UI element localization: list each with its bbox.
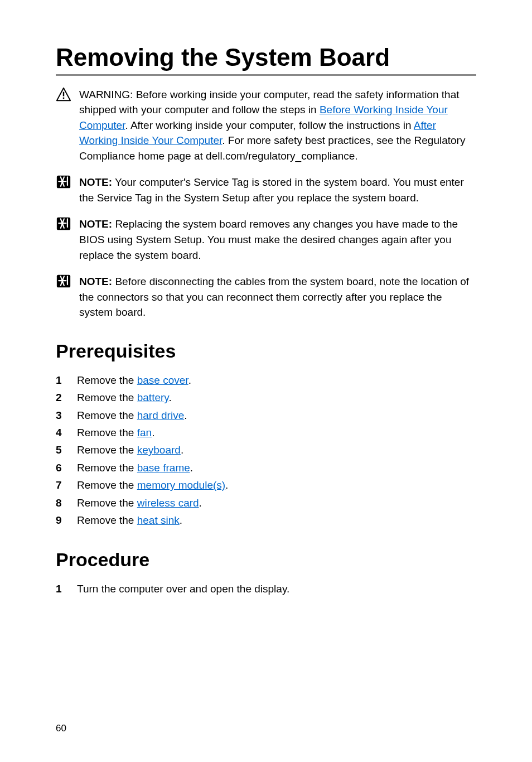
step-pre: Remove the <box>77 462 137 474</box>
note-icon <box>56 216 71 231</box>
step-post: . <box>184 409 187 421</box>
step-number: 5 <box>56 442 77 458</box>
step-pre: Remove the <box>77 374 137 386</box>
list-item: 3Remove the hard drive. <box>56 407 476 423</box>
note-body: Before disconnecting the cables from the… <box>79 276 469 318</box>
link-memory-modules[interactable]: memory module(s) <box>137 479 225 491</box>
step-post: . <box>190 462 193 474</box>
note-label: NOTE: <box>79 276 112 287</box>
link-hard-drive[interactable]: hard drive <box>137 409 185 421</box>
note-text: NOTE: Your computer's Service Tag is sto… <box>79 175 476 205</box>
step-pre: Remove the <box>77 479 137 491</box>
list-item: 7Remove the memory module(s). <box>56 477 476 493</box>
link-base-cover[interactable]: base cover <box>137 374 188 386</box>
list-item: 6Remove the base frame. <box>56 460 476 476</box>
step-post: . <box>168 392 171 403</box>
note-callout: NOTE: Your computer's Service Tag is sto… <box>56 175 476 205</box>
page-number: 60 <box>56 723 66 734</box>
step-pre: Remove the <box>77 392 137 403</box>
link-wireless-card[interactable]: wireless card <box>137 497 199 509</box>
link-fan[interactable]: fan <box>137 427 152 438</box>
note-icon <box>56 274 71 288</box>
list-item: 2Remove the battery. <box>56 389 476 406</box>
step-post: . <box>181 444 183 456</box>
page-title: Removing the System Board <box>56 44 476 76</box>
step-pre: Remove the <box>77 427 137 438</box>
warning-icon <box>56 87 71 102</box>
step-number: 1 <box>56 372 77 388</box>
note-label: NOTE: <box>79 176 112 188</box>
note-icon <box>56 175 71 189</box>
list-item: 8Remove the wireless card. <box>56 495 476 511</box>
link-battery[interactable]: battery <box>137 392 169 403</box>
step-text: Turn the computer over and open the disp… <box>77 581 476 597</box>
step-pre: Remove the <box>77 514 137 526</box>
step-pre: Remove the <box>77 497 137 509</box>
step-number: 6 <box>56 460 77 476</box>
note-text: NOTE: Replacing the system board removes… <box>79 216 476 263</box>
step-post: . <box>225 479 228 491</box>
warning-callout: WARNING: Before working inside your comp… <box>56 87 476 164</box>
step-post: . <box>188 374 191 386</box>
list-item: 1Turn the computer over and open the dis… <box>56 581 476 597</box>
prerequisites-list: 1Remove the base cover. 2Remove the batt… <box>56 372 476 529</box>
step-post: . <box>152 427 154 438</box>
note-text: NOTE: Before disconnecting the cables fr… <box>79 274 476 320</box>
svg-rect-1 <box>63 91 64 96</box>
warning-t2: . After working inside your computer, fo… <box>125 119 413 131</box>
list-item: 9Remove the heat sink. <box>56 512 476 528</box>
note-body: Replacing the system board removes any c… <box>79 218 458 261</box>
warning-label: WARNING: <box>79 89 133 100</box>
list-item: 1Remove the base cover. <box>56 372 476 388</box>
step-post: . <box>199 497 202 509</box>
step-number: 2 <box>56 389 77 406</box>
link-heat-sink[interactable]: heat sink <box>137 514 180 526</box>
list-item: 4Remove the fan. <box>56 425 476 441</box>
note-callout: NOTE: Replacing the system board removes… <box>56 216 476 263</box>
link-keyboard[interactable]: keyboard <box>137 444 181 456</box>
warning-text: WARNING: Before working inside your comp… <box>79 87 476 164</box>
step-number: 7 <box>56 477 77 493</box>
section-procedure: Procedure <box>56 549 476 571</box>
step-pre: Remove the <box>77 444 137 456</box>
step-number: 3 <box>56 407 77 423</box>
step-number: 8 <box>56 495 77 511</box>
step-pre: Remove the <box>77 409 137 421</box>
note-callout: NOTE: Before disconnecting the cables fr… <box>56 274 476 320</box>
link-base-frame[interactable]: base frame <box>137 462 190 474</box>
step-number: 9 <box>56 512 77 528</box>
note-label: NOTE: <box>79 218 112 230</box>
step-post: . <box>180 514 182 526</box>
step-number: 1 <box>56 581 77 597</box>
procedure-list: 1Turn the computer over and open the dis… <box>56 581 476 597</box>
list-item: 5Remove the keyboard. <box>56 442 476 458</box>
section-prerequisites: Prerequisites <box>56 340 476 362</box>
note-body: Your computer's Service Tag is stored in… <box>79 176 464 204</box>
step-number: 4 <box>56 425 77 441</box>
svg-rect-2 <box>63 97 64 99</box>
